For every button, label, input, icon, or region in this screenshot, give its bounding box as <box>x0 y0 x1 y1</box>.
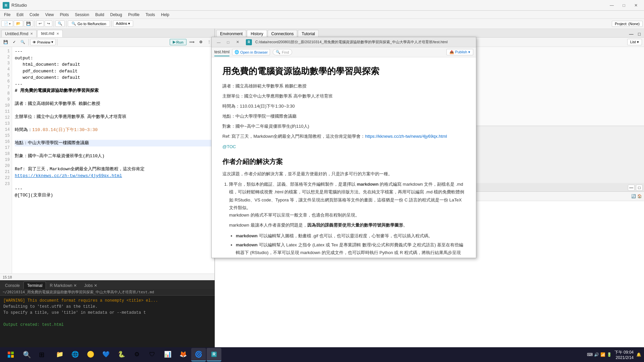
main-toolbar: 📄▾ 📂 💾 ↩ ↪ 🔍 🔍 Go to file/function Addin… <box>0 19 644 29</box>
tab-history[interactable]: History <box>247 30 267 37</box>
maximize-button[interactable]: □ <box>619 2 629 9</box>
menu-edit[interactable]: Edit <box>14 12 26 18</box>
close-tab-untitled[interactable]: ✕ <box>30 32 33 36</box>
minimize-files-button[interactable]: — <box>628 185 635 191</box>
close-button[interactable]: ✕ <box>631 2 641 9</box>
taskbar-apps: 📁 🌐 🟡 💙 🐍 ⚙ 🛡 📊 🦊 🌀 R <box>52 348 221 361</box>
addins-button[interactable]: Addins ▾ <box>113 20 133 27</box>
bottom-tab-bar: Console Terminal R Markdown ✕ Jobs ✕ <box>0 280 215 289</box>
preview-maximize-button[interactable]: □ <box>224 39 232 46</box>
preview-file-tab[interactable]: test.html <box>214 48 229 56</box>
notification-button[interactable]: 🔔 <box>636 352 641 357</box>
run-button[interactable]: ▶ Run <box>170 39 186 45</box>
taskbar-app3[interactable]: 🦊 <box>176 348 191 361</box>
ref-link[interactable]: https://kknews.cc/zh-tw/news/4jy69qx.htm… <box>365 134 447 139</box>
minimize-button[interactable]: — <box>606 2 617 9</box>
new-file-button[interactable]: 📄▾ <box>1 20 13 27</box>
expand-env-button[interactable]: □ <box>636 31 643 37</box>
taskbar-chrome[interactable]: 🟡 <box>83 348 98 361</box>
menu-build[interactable]: Build <box>93 12 107 18</box>
tab-untitled-rmd[interactable]: Untitled.Rmd ✕ <box>1 30 37 37</box>
preview-ref: Ref: 寫了三天，Markdown全網最全入門和進階教程，這次你肯定能學會：h… <box>222 133 465 140</box>
menu-bar: File Edit Code View Plots Session Build … <box>0 11 644 19</box>
menu-help[interactable]: Help <box>158 12 172 18</box>
taskbar-file-explorer[interactable]: 📁 <box>52 348 67 361</box>
term-line-4 <box>3 316 211 322</box>
menu-debug[interactable]: Debug <box>108 12 125 18</box>
bottom-tab-rmarkdown[interactable]: R Markdown ✕ <box>46 282 80 289</box>
taskbar-settings[interactable]: ⚙ <box>129 348 144 361</box>
options-button[interactable]: ⚙ <box>197 39 205 45</box>
preview-meta-0: 講者：國立高雄師範大學數學系 賴鵬仁教授 <box>222 82 465 90</box>
sep <box>29 39 29 46</box>
menu-tools[interactable]: Tools <box>143 12 158 18</box>
terminal-content[interactable]: [WARNING] This document format requires … <box>0 296 215 347</box>
minimize-env-button[interactable]: — <box>628 31 635 37</box>
save-editor-button[interactable]: 💾 <box>1 39 10 45</box>
search-taskbar-button[interactable]: 🔍 <box>20 348 34 361</box>
bottom-tab-jobs[interactable]: Jobs ✕ <box>80 282 101 289</box>
menu-profile[interactable]: Profile <box>125 12 142 18</box>
expand-files-button[interactable]: □ <box>636 185 643 191</box>
save-button[interactable]: 💾 <box>24 20 33 27</box>
task-view-button[interactable]: ⊞ <box>35 348 48 361</box>
editor-toolbar: 💾 ✓ 🔍 👁 Preview ▾ ▶ Run ⟹ ⚙ ⋮ <box>0 38 214 47</box>
tab-test-md[interactable]: test.md ✕ <box>37 30 62 37</box>
taskbar-browser2[interactable]: 🌀 <box>191 348 206 361</box>
editor-panel: Untitled.Rmd ✕ test.md ✕ 💾 ✓ 🔍 👁 Preview… <box>0 29 215 280</box>
list-view-button[interactable]: List ▾ <box>627 39 642 45</box>
tab-environment[interactable]: Environment <box>216 30 246 37</box>
taskbar-edge[interactable]: 🌐 <box>68 348 83 361</box>
project-button[interactable]: Project: (None) <box>612 21 643 27</box>
go-to-function-input[interactable]: 🔍 Go to file/function <box>68 20 110 27</box>
code-line-21 <box>15 179 212 186</box>
menu-code[interactable]: Code <box>27 12 42 18</box>
title-bar: R RStudio — □ ✕ <box>0 0 644 11</box>
menu-file[interactable]: File <box>1 12 13 18</box>
home-button[interactable]: 🏠 <box>637 194 642 198</box>
close-tab-test[interactable]: ✕ <box>56 32 59 36</box>
tab-tutorial[interactable]: Tutorial <box>298 30 319 37</box>
term-line-3: To specify a title, use 'title' in metad… <box>3 310 211 316</box>
open-file-button[interactable]: 📂 <box>14 20 23 27</box>
taskbar-rstudio[interactable]: R <box>207 348 221 361</box>
code-editor[interactable]: 12345 678910 1112131415 1617181920 21222… <box>0 47 214 274</box>
menu-view[interactable]: View <box>43 12 57 18</box>
find-button[interactable]: 🔍 <box>55 20 65 27</box>
taskbar-time: 下午 09:04 <box>614 350 634 355</box>
redo-button[interactable]: ↪ <box>45 20 52 27</box>
run-all-button[interactable]: ⟹ <box>187 39 197 45</box>
bottom-tab-terminal[interactable]: Terminal <box>23 282 46 289</box>
code-line-3: html_document: default <box>15 61 212 68</box>
start-button[interactable] <box>3 348 19 361</box>
code-line-20[interactable]: https://kknews.cc/zh-tw/news/4jy69qx.htm… <box>15 173 212 179</box>
code-line-16 <box>15 146 212 153</box>
code-line-13: 時間為：110.03.14(日)下午1:30~3:30 <box>15 127 212 133</box>
code-line-12 <box>15 120 212 127</box>
taskbar-clock[interactable]: 下午 09:04 2021/2/14 <box>614 350 634 360</box>
find-editor-button[interactable]: 🔍 <box>18 39 27 45</box>
tab-connections[interactable]: Connections <box>268 30 298 37</box>
preview-close-button[interactable]: ✕ <box>233 39 242 46</box>
taskbar-right: ⌨ 🔊 📶 🔋 下午 09:04 2021/2/14 🔔 <box>587 350 641 360</box>
preview-minimize-button[interactable]: — <box>214 39 223 46</box>
find-input[interactable]: 🔍 Find <box>273 49 292 55</box>
svg-rect-3 <box>11 355 14 358</box>
taskbar-app2[interactable]: 📊 <box>160 348 175 361</box>
open-browser-button[interactable]: 🌐 Open in Browser <box>232 49 270 55</box>
taskbar-python[interactable]: 🐍 <box>114 348 129 361</box>
preview-button[interactable]: 👁 Preview ▾ <box>30 39 56 45</box>
publish-button[interactable]: 📤 Publish ▾ <box>446 49 473 55</box>
refresh-button[interactable]: 🔄 <box>631 194 636 198</box>
publish-icon: 📤 <box>449 50 454 54</box>
bottom-tab-console[interactable]: Console <box>1 282 23 289</box>
preview-content[interactable]: 用免費的電腦資源協助數學的學習與探索 講者：國立高雄師範大學數學系 賴鵬仁教授 … <box>212 57 476 258</box>
menu-plots[interactable]: Plots <box>57 12 72 18</box>
taskbar-antivirus[interactable]: 🛡 <box>145 348 160 361</box>
menu-session[interactable]: Session <box>72 12 92 18</box>
check-button[interactable]: ✓ <box>11 39 18 45</box>
undo-button[interactable]: ↩ <box>36 20 44 27</box>
taskbar-vscode[interactable]: 💙 <box>99 348 113 361</box>
sub-list-item-2: markdown 可以編輯幫入 Latex 之指令 (Latex 或 Tex 是… <box>236 241 465 258</box>
code-content[interactable]: --- output: html_document: default pdf_d… <box>12 47 214 274</box>
